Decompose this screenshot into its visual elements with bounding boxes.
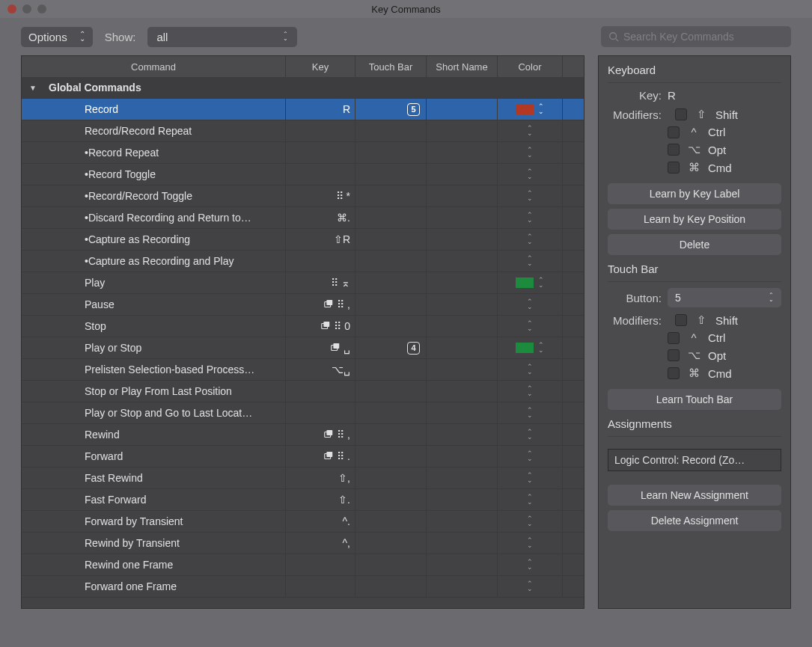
command-color[interactable]: ⌃⌄: [498, 229, 563, 250]
modifier-checkbox-shift[interactable]: [675, 314, 687, 326]
options-menu[interactable]: Options ⌃⌄: [21, 27, 93, 47]
command-color[interactable]: ⌃⌄: [498, 99, 563, 120]
column-short-name[interactable]: Short Name: [427, 56, 498, 77]
table-row[interactable]: Play or Stop␣4⌃⌄: [22, 337, 584, 359]
command-short-name: [427, 489, 498, 510]
command-color[interactable]: ⌃⌄: [498, 185, 563, 206]
column-color[interactable]: Color: [498, 56, 563, 77]
stepper-icon[interactable]: ⌃⌄: [527, 169, 533, 180]
modifier-checkbox-shift[interactable]: [675, 108, 687, 120]
table-row[interactable]: Play or Stop and Go to Last Locat…⌃⌄: [22, 402, 584, 424]
stepper-icon[interactable]: ⌃⌄: [527, 538, 533, 548]
table-row[interactable]: RecordR5⌃⌄: [22, 99, 584, 120]
stepper-icon[interactable]: ⌃⌄: [527, 516, 533, 527]
stepper-icon[interactable]: ⌃⌄: [527, 321, 533, 331]
table-row[interactable]: Fast Forward⇧.⌃⌄: [22, 489, 584, 511]
stepper-icon[interactable]: ⌃⌄: [527, 473, 533, 483]
command-color[interactable]: ⌃⌄: [498, 316, 563, 337]
table-row[interactable]: Rewind by Transient^,⌃⌄: [22, 533, 584, 554]
stepper-icon[interactable]: ⌃⌄: [527, 408, 533, 418]
table-row[interactable]: Stop⠿ 0⌃⌄: [22, 316, 584, 337]
learn-touch-bar-button[interactable]: Learn Touch Bar: [608, 389, 781, 410]
modifier-checkbox-cmd[interactable]: [668, 162, 680, 174]
show-filter-select[interactable]: all ⌃⌄: [147, 27, 297, 47]
modifier-checkbox-ctrl[interactable]: [668, 332, 680, 344]
table-body[interactable]: Global CommandsRecordR5⌃⌄Record/Record R…: [22, 77, 584, 608]
command-color[interactable]: ⌃⌄: [498, 251, 563, 272]
modifier-checkbox-ctrl[interactable]: [668, 126, 680, 138]
modifier-checkbox-opt[interactable]: [668, 349, 680, 361]
delete-key-button[interactable]: Delete: [608, 234, 781, 255]
stepper-icon[interactable]: ⌃⌄: [527, 429, 533, 440]
command-color[interactable]: ⌃⌄: [498, 207, 563, 228]
touch-bar-button-select[interactable]: 5 ⌃⌄: [668, 288, 781, 307]
table-row[interactable]: Stop or Play From Last Position⌃⌄: [22, 381, 584, 402]
command-color[interactable]: ⌃⌄: [498, 511, 563, 532]
command-color[interactable]: ⌃⌄: [498, 576, 563, 597]
stepper-icon[interactable]: ⌃⌄: [527, 234, 533, 245]
stepper-icon[interactable]: ⌃⌄: [527, 191, 533, 201]
command-color[interactable]: ⌃⌄: [498, 272, 563, 293]
command-color[interactable]: ⌃⌄: [498, 164, 563, 185]
table-row[interactable]: Rewind⠿ ,⌃⌄: [22, 424, 584, 446]
stepper-icon[interactable]: ⌃⌄: [538, 343, 544, 353]
learn-by-key-label-button[interactable]: Learn by Key Label: [608, 183, 781, 204]
stepper-icon[interactable]: ⌃⌄: [527, 364, 533, 375]
table-row[interactable]: Pause⠿ ,⌃⌄: [22, 294, 584, 316]
command-color[interactable]: ⌃⌄: [498, 424, 563, 445]
search-input[interactable]: Search Key Commands: [601, 26, 791, 47]
stepper-icon[interactable]: ⌃⌄: [538, 277, 544, 288]
table-row[interactable]: Fast Rewind⇧,⌃⌄: [22, 467, 584, 489]
command-color[interactable]: ⌃⌄: [498, 402, 563, 423]
learn-new-assignment-button[interactable]: Learn New Assignment: [608, 485, 781, 506]
stepper-icon[interactable]: ⌃⌄: [527, 559, 533, 570]
stepper-icon[interactable]: ⌃⌄: [527, 299, 533, 310]
command-color[interactable]: ⌃⌄: [498, 533, 563, 554]
table-row[interactable]: •Capture as Recording and Play⌃⌄: [22, 251, 584, 272]
delete-assignment-button[interactable]: Delete Assignment: [608, 510, 781, 531]
table-row[interactable]: •Record Repeat⌃⌄: [22, 142, 584, 164]
command-color[interactable]: ⌃⌄: [498, 337, 563, 358]
command-color[interactable]: ⌃⌄: [498, 142, 563, 163]
modifier-symbol: ⌘: [687, 367, 700, 380]
column-command[interactable]: Command: [22, 56, 286, 77]
table-row[interactable]: Forward⠿ .⌃⌄: [22, 446, 584, 467]
command-color[interactable]: ⌃⌄: [498, 120, 563, 141]
command-color[interactable]: ⌃⌄: [498, 294, 563, 315]
table-row[interactable]: Rewind one Frame⌃⌄: [22, 554, 584, 576]
table-row[interactable]: •Record/Record Toggle⠿ *⌃⌄: [22, 185, 584, 207]
command-color[interactable]: ⌃⌄: [498, 554, 563, 575]
assignment-item[interactable]: Logic Control: Record (Zo…: [608, 449, 781, 471]
table-row[interactable]: •Discard Recording and Return to…⌘.⌃⌄: [22, 207, 584, 229]
command-color[interactable]: ⌃⌄: [498, 359, 563, 380]
stepper-icon[interactable]: ⌃⌄: [527, 212, 533, 223]
column-key[interactable]: Key: [286, 56, 355, 77]
table-row[interactable]: Prelisten Selection-based Process…⌥␣⌃⌄: [22, 359, 584, 381]
table-row[interactable]: Record/Record Repeat⌃⌄: [22, 120, 584, 142]
command-color[interactable]: ⌃⌄: [498, 381, 563, 402]
stepper-icon[interactable]: ⌃⌄: [527, 451, 533, 462]
stepper-icon[interactable]: ⌃⌄: [527, 147, 533, 158]
table-row[interactable]: •Record Toggle⌃⌄: [22, 164, 584, 185]
modifier-checkbox-cmd[interactable]: [668, 367, 680, 379]
learn-by-key-position-button[interactable]: Learn by Key Position: [608, 209, 781, 230]
stepper-icon[interactable]: ⌃⌄: [527, 256, 533, 266]
modifier-checkbox-opt[interactable]: [668, 144, 680, 156]
table-row[interactable]: Play⠿ ⌅⌃⌄: [22, 272, 584, 294]
stepper-icon[interactable]: ⌃⌄: [527, 581, 533, 592]
command-color[interactable]: ⌃⌄: [498, 489, 563, 510]
command-touch-bar: [355, 576, 427, 597]
table-row[interactable]: •Capture as Recording⇧R⌃⌄: [22, 229, 584, 251]
modifier-row: ^Ctrl: [608, 331, 781, 344]
stepper-icon[interactable]: ⌃⌄: [527, 386, 533, 396]
stepper-icon[interactable]: ⌃⌄: [527, 494, 533, 505]
command-color[interactable]: ⌃⌄: [498, 446, 563, 467]
command-short-name: [427, 251, 498, 272]
stepper-icon[interactable]: ⌃⌄: [527, 126, 533, 136]
table-row[interactable]: Forward by Transient^.⌃⌄: [22, 511, 584, 533]
stepper-icon[interactable]: ⌃⌄: [538, 104, 544, 114]
group-row[interactable]: Global Commands: [22, 77, 584, 99]
table-row[interactable]: Forward one Frame⌃⌄: [22, 576, 584, 598]
command-color[interactable]: ⌃⌄: [498, 467, 563, 488]
column-touch-bar[interactable]: Touch Bar: [355, 56, 427, 77]
